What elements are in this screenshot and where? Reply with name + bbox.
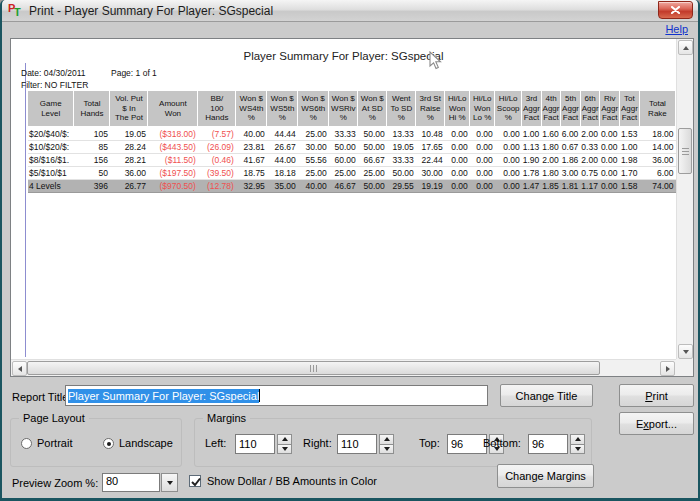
arrow-up-icon xyxy=(683,46,689,50)
hscroll-thumb[interactable] xyxy=(27,361,600,375)
preview-page: Player Summary For Player: SGspecial Dat… xyxy=(11,39,676,359)
table-cell: 156 xyxy=(74,154,110,167)
radio-icon xyxy=(21,438,32,449)
margins-legend: Margins xyxy=(203,412,250,424)
table-cell: 44.00 xyxy=(267,154,298,167)
dropdown-button[interactable] xyxy=(161,473,178,492)
table-cell: 0.00 xyxy=(600,180,620,193)
table-cell: 23.81 xyxy=(236,141,267,154)
column-header: 3rd Aggr Fact xyxy=(522,91,542,127)
help-link[interactable]: Help xyxy=(665,23,688,35)
table-cell: 26.67 xyxy=(267,141,298,154)
table-cell: 50.00 xyxy=(358,127,387,141)
page-layout-legend: Page Layout xyxy=(19,412,89,424)
checkbox-icon xyxy=(189,475,201,487)
table-cell: (0.46) xyxy=(198,154,236,167)
table-cell: 1.78 xyxy=(522,167,542,180)
scroll-left-button[interactable] xyxy=(12,361,27,376)
margins-groupbox: Margins Left: Right: Top: Bottom: xyxy=(194,418,592,467)
table-cell: 19.19 xyxy=(416,180,445,193)
scroll-right-button[interactable] xyxy=(660,361,675,376)
table-cell: 0.00 xyxy=(470,141,495,154)
arrow-up-icon xyxy=(384,437,390,441)
chevron-down-icon xyxy=(167,481,173,485)
table-cell: 1.80 xyxy=(541,167,561,180)
table-cell: 2.00 xyxy=(541,154,561,167)
table-cell: (39.50) xyxy=(198,167,236,180)
arrow-down-icon xyxy=(384,447,390,451)
spin-down-button[interactable] xyxy=(570,445,585,455)
table-cell: 55.56 xyxy=(298,154,329,167)
report-date: Date: 04/30/2011 xyxy=(21,68,86,78)
table-cell: 0.00 xyxy=(470,167,495,180)
column-header: 5th Aggr Fact xyxy=(561,91,581,127)
report-page-number: Page: 1 of 1 xyxy=(111,68,157,78)
table-cell: 0.00 xyxy=(445,180,470,193)
column-header: Hi/Lo Scoop % xyxy=(495,91,522,127)
table-cell: $8/$16/$1. xyxy=(28,154,74,167)
spin-up-button[interactable] xyxy=(277,434,292,445)
scroll-up-button[interactable] xyxy=(678,40,693,55)
table-cell: ($443.50) xyxy=(148,141,198,154)
margin-bottom-input[interactable] xyxy=(528,434,568,454)
close-button[interactable] xyxy=(658,1,693,19)
column-header: Won $ WSRiv % xyxy=(329,91,358,127)
radio-icon xyxy=(103,438,114,449)
column-header: Went To SD % xyxy=(387,91,416,127)
table-cell: 18.75 xyxy=(236,167,267,180)
landscape-radio[interactable]: Landscape xyxy=(103,437,173,449)
show-color-checkbox[interactable]: Show Dollar / BB Amounts in Color xyxy=(189,475,377,487)
table-cell: ($318.00) xyxy=(148,127,198,141)
margin-top-input[interactable] xyxy=(447,434,487,454)
preview-vscrollbar[interactable] xyxy=(676,39,693,360)
table-cell: 36.00 xyxy=(110,167,148,180)
report-title-input[interactable]: Player Summary For Player: SGspecial xyxy=(65,385,488,406)
preview-hscrollbar[interactable] xyxy=(11,359,676,376)
change-margins-button[interactable]: Change Margins xyxy=(497,464,594,488)
table-cell: 1.85 xyxy=(541,180,561,193)
portrait-radio[interactable]: Portrait xyxy=(21,437,72,449)
table-cell: 44.44 xyxy=(267,127,298,141)
report-title-selected-text: Player Summary For Player: SGspecial xyxy=(68,389,259,403)
column-header: Amount Won xyxy=(148,91,198,127)
spin-up-button[interactable] xyxy=(570,434,585,445)
table-cell: 50.00 xyxy=(358,180,387,193)
print-button[interactable]: Print xyxy=(619,384,694,407)
spin-down-button[interactable] xyxy=(277,445,292,455)
margin-bottom-label: Bottom: xyxy=(483,437,521,449)
spin-down-button[interactable] xyxy=(379,445,394,455)
table-cell: 22.44 xyxy=(416,154,445,167)
export-button[interactable]: Export... xyxy=(619,412,694,435)
margin-top-label: Top: xyxy=(419,437,440,449)
table-cell: 19.05 xyxy=(110,127,148,141)
vscroll-thumb[interactable] xyxy=(678,128,692,174)
table-cell: 1.86 xyxy=(561,154,581,167)
margin-right-label: Right: xyxy=(303,437,332,449)
column-header: Tot Aggr Fact xyxy=(619,91,639,127)
preview-zoom-label: Preview Zoom %: xyxy=(12,477,98,489)
table-row: 4 Levels39626.77($970.50)(12.78)32.9535.… xyxy=(28,180,676,193)
page-layout-groupbox: Page Layout Portrait Landscape xyxy=(10,418,182,467)
column-header: Riv Aggr Fact xyxy=(600,91,620,127)
table-cell: (12.78) xyxy=(198,180,236,193)
table-cell: 1.81 xyxy=(561,180,581,193)
table-cell: 0.00 xyxy=(445,154,470,167)
spin-up-button[interactable] xyxy=(379,434,394,445)
table-cell: 46.67 xyxy=(329,180,358,193)
page-margin-guide xyxy=(25,63,26,357)
preview-zoom-select[interactable]: 80 xyxy=(102,473,178,492)
table-cell: 0.00 xyxy=(600,154,620,167)
margin-right-input[interactable] xyxy=(337,434,377,454)
table-cell: 396 xyxy=(74,180,110,193)
table-cell: ($11.50) xyxy=(148,154,198,167)
table-cell: 0.00 xyxy=(495,127,522,141)
column-header: BB/ 100 Hands xyxy=(198,91,236,127)
table-cell: 1.90 xyxy=(522,154,542,167)
arrow-down-icon xyxy=(683,350,689,354)
change-title-button[interactable]: Change Title xyxy=(500,384,593,407)
scroll-down-button[interactable] xyxy=(678,344,693,359)
table-cell: 10.48 xyxy=(416,127,445,141)
table-cell: 33.33 xyxy=(387,154,416,167)
report-title-label: Report Title: xyxy=(12,391,71,403)
margin-left-input[interactable] xyxy=(235,434,275,454)
